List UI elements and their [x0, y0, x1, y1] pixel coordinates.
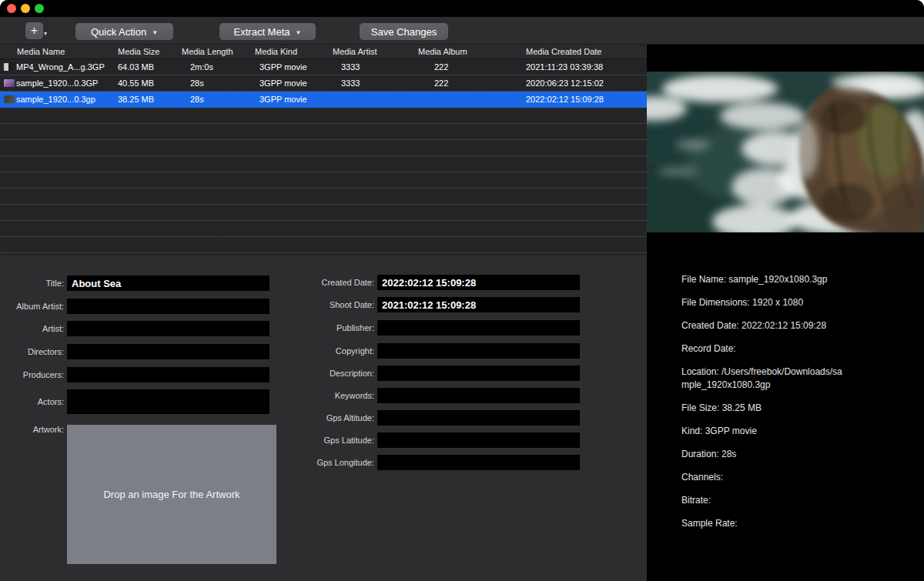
publisher-field[interactable]: [377, 320, 580, 336]
artwork-dropzone[interactable]: Drop an image For the Artwork: [67, 425, 276, 564]
cell-media-size: 40.55 MB: [116, 78, 179, 88]
quick-action-label: Quick Action: [91, 26, 146, 38]
cell-media-created-date: 2020:06:23 12:15:02: [523, 78, 647, 88]
cell-media-album: 222: [415, 78, 523, 88]
table-row[interactable]: sample_1920...0.3GP 40.55 MB 28s 3GPP mo…: [0, 75, 647, 92]
detail-bitrate: Bitrate:: [681, 494, 897, 507]
copyright-field[interactable]: [377, 343, 580, 359]
copyright-label: Copyright:: [292, 346, 377, 356]
cell-media-length: 28s: [179, 78, 251, 88]
table-empty-row[interactable]: [0, 124, 647, 140]
add-dropdown-caret-icon[interactable]: ▾: [44, 30, 47, 37]
toolbar: + ▾ Quick Action ▼ Extract Meta ▼ Save C…: [0, 17, 924, 45]
created-date-field[interactable]: [377, 275, 580, 290]
zoom-window-button[interactable]: [35, 4, 44, 13]
detail-channels: Channels:: [681, 471, 897, 484]
cell-media-created-date: 2021:11:23 03:39:38: [523, 62, 647, 72]
artist-label: Artist:: [0, 324, 67, 333]
producers-field[interactable]: [67, 367, 270, 382]
cell-media-name: sample_1920...0.3GP: [16, 78, 98, 88]
file-details: File Name: sample_1920x1080.3gp File Dim…: [681, 273, 897, 540]
gps-longitude-field[interactable]: [377, 455, 580, 470]
detail-file-size: File Size: 38.25 MB: [681, 402, 897, 415]
app-window: + ▾ Quick Action ▼ Extract Meta ▼ Save C…: [0, 0, 924, 581]
keywords-field[interactable]: [377, 388, 580, 403]
table-empty-row[interactable]: [0, 189, 647, 205]
column-header-media-artist[interactable]: Media Artist: [330, 47, 415, 56]
gps-latitude-field[interactable]: [377, 432, 580, 448]
table-empty-row[interactable]: [0, 237, 647, 253]
gps-altitude-field[interactable]: [377, 410, 580, 426]
table-empty-row[interactable]: [0, 205, 647, 221]
cell-media-size: 64.03 MB: [116, 62, 179, 72]
column-header-media-size[interactable]: Media Size: [116, 47, 179, 56]
media-table: Media Name Media Size Media Length Media…: [0, 45, 647, 255]
cell-media-length: 28s: [179, 95, 251, 104]
cell-media-artist: 3333: [330, 62, 415, 72]
chevron-down-icon: ▼: [152, 29, 158, 36]
album-artist-field[interactable]: [67, 299, 270, 314]
gps-latitude-label: Gps Latitude:: [292, 436, 377, 445]
album-artist-label: Album Artist:: [0, 302, 67, 311]
table-row[interactable]: MP4_Wrong_A...g.3GP 64.03 MB 2m:0s 3GPP …: [0, 59, 647, 75]
detail-file-dimensions: File Dimensions: 1920 x 1080: [681, 296, 897, 309]
table-row-selected[interactable]: sample_1920...0.3gp 38.25 MB 28s 3GPP mo…: [0, 92, 647, 108]
cell-media-kind: 3GPP movie: [251, 95, 330, 104]
created-date-label: Created Date:: [292, 278, 377, 287]
detail-duration: Duration: 28s: [681, 448, 897, 461]
gps-longitude-label: Gps Longitude:: [292, 458, 377, 467]
table-header: Media Name Media Size Media Length Media…: [0, 45, 647, 59]
save-changes-label: Save Changes: [371, 26, 437, 38]
titlebar: [0, 0, 924, 17]
table-empty-row[interactable]: [0, 156, 647, 172]
shoot-date-label: Shoot Date:: [292, 300, 377, 309]
table-empty-row[interactable]: [0, 172, 647, 189]
description-field[interactable]: [377, 366, 580, 381]
extract-meta-button[interactable]: Extract Meta ▼: [219, 23, 316, 40]
media-thumbnail: [4, 79, 15, 87]
title-field[interactable]: [67, 275, 270, 291]
column-header-media-created-date[interactable]: Media Created Date: [523, 47, 647, 56]
metadata-editor: Title: Album Artist: Artist: Directors: …: [0, 255, 647, 581]
publisher-label: Publisher:: [292, 323, 377, 332]
artist-field[interactable]: [67, 321, 270, 336]
add-media-button[interactable]: +: [25, 22, 43, 39]
detail-file-name: File Name: sample_1920x1080.3gp: [681, 273, 897, 286]
close-window-button[interactable]: [7, 4, 16, 13]
keywords-label: Keywords:: [292, 391, 377, 400]
table-empty-row[interactable]: [0, 108, 647, 124]
detail-created-date: Created Date: 2022:02:12 15:09:28: [681, 319, 897, 332]
artwork-dropzone-text: Drop an image For the Artwork: [103, 489, 239, 500]
table-empty-row[interactable]: [0, 140, 647, 156]
cell-media-album: 222: [415, 62, 523, 72]
detail-kind: Kind: 3GPP movie: [681, 425, 897, 438]
directors-field[interactable]: [67, 344, 270, 359]
chevron-down-icon: ▼: [296, 29, 302, 36]
detail-record-date: Record Date:: [681, 342, 897, 356]
column-header-media-kind[interactable]: Media Kind: [251, 47, 330, 56]
producers-label: Producers:: [0, 370, 67, 379]
file-info-panel: File Name: sample_1920x1080.3gp File Dim…: [647, 45, 924, 581]
quick-action-button[interactable]: Quick Action ▼: [75, 23, 173, 40]
actors-label: Actors:: [0, 397, 67, 406]
table-empty-row[interactable]: [0, 221, 647, 237]
cell-media-artist: 3333: [330, 78, 415, 88]
gps-altitude-label: Gps Altitude:: [292, 413, 377, 422]
cell-media-name: MP4_Wrong_A...g.3GP: [16, 62, 105, 72]
cell-media-kind: 3GPP movie: [251, 78, 330, 88]
actors-field[interactable]: [67, 389, 270, 414]
video-preview-image: [647, 72, 924, 232]
artwork-label: Artwork:: [0, 425, 67, 434]
minimize-window-button[interactable]: [21, 4, 30, 13]
column-header-media-length[interactable]: Media Length: [179, 47, 251, 56]
cell-media-size: 38.25 MB: [116, 95, 179, 104]
extract-meta-label: Extract Meta: [234, 26, 290, 38]
detail-sample-rate: Sample Rate:: [681, 517, 897, 530]
cell-media-name: sample_1920...0.3gp: [16, 95, 95, 104]
media-thumbnail: [4, 63, 15, 71]
shoot-date-field[interactable]: [377, 297, 580, 312]
column-header-media-album[interactable]: Media Album: [415, 47, 523, 56]
save-changes-button[interactable]: Save Changes: [360, 23, 448, 40]
column-header-media-name[interactable]: Media Name: [0, 47, 116, 56]
directors-label: Directors:: [0, 347, 67, 356]
